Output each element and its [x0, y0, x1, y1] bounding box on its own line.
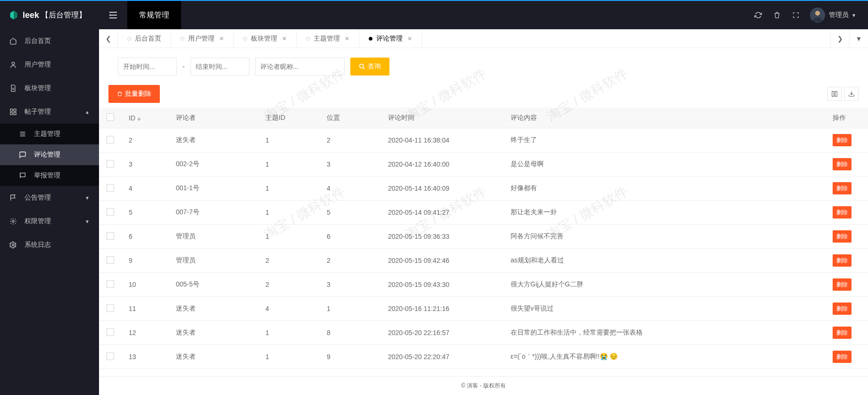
delete-button[interactable]: 删除 [833, 134, 851, 146]
content-area: 淘宝 / 微科软件 淘宝 / 微科软件 淘宝 / 微科软件 淘宝 / 微科软件 … [99, 48, 868, 376]
svg-point-8 [12, 220, 14, 222]
delete-button[interactable]: 删除 [833, 230, 851, 243]
close-icon[interactable]: ✕ [345, 35, 349, 42]
doc-icon [9, 84, 19, 92]
sidebar-item-1[interactable]: 评论管理 [0, 144, 99, 165]
svg-rect-7 [20, 173, 25, 177]
row-checkbox[interactable] [107, 328, 114, 336]
close-icon[interactable]: ✕ [282, 35, 287, 42]
batch-delete-button[interactable]: 批量删除 [108, 85, 160, 103]
svg-point-9 [12, 244, 14, 246]
table-row: 3002-2号132020-04-12 16:40:00是公是母啊删除 [99, 152, 868, 176]
nickname-input[interactable] [255, 58, 345, 76]
end-time-input[interactable] [190, 58, 249, 76]
table-row: 5007-7号152020-05-14 09:41:27那让老夫来一卦删除 [99, 201, 868, 225]
gear2-icon [9, 241, 19, 249]
flag-icon [19, 172, 28, 179]
svg-rect-4 [14, 109, 16, 111]
brand-name: leek [23, 10, 39, 20]
sidebar-item-2[interactable]: 举报管理 [0, 165, 99, 186]
user-icon [9, 61, 19, 68]
sidebar-item-4[interactable]: 公告管理▼ [0, 186, 99, 210]
delete-button[interactable]: 删除 [833, 351, 851, 363]
delete-button[interactable]: 删除 [833, 303, 851, 315]
svg-rect-11 [832, 92, 834, 97]
row-checkbox[interactable] [107, 208, 114, 216]
columns-button[interactable] [827, 87, 842, 101]
gear-icon [9, 218, 19, 225]
svg-point-1 [815, 11, 820, 16]
row-checkbox[interactable] [107, 232, 114, 240]
svg-rect-6 [14, 112, 16, 115]
sidebar: 后台首页用户管理板块管理帖子管理▲主题管理评论管理举报管理公告管理▼权限管理▼系… [0, 29, 99, 395]
chat-icon [19, 151, 28, 159]
logo[interactable]: leek 【后台管理】 [0, 1, 99, 29]
close-icon[interactable]: ✕ [407, 35, 412, 42]
row-checkbox[interactable] [107, 304, 114, 312]
sort-icon[interactable]: ◆ [137, 116, 141, 121]
table-row: 4001-1号142020-05-14 16:40:09好像都有删除 [99, 176, 868, 201]
sidebar-item-3[interactable]: 帖子管理▲ [0, 100, 99, 124]
export-button[interactable] [844, 87, 859, 101]
delete-button[interactable]: 删除 [833, 327, 851, 339]
tab-2[interactable]: 板块管理✕ [234, 29, 297, 48]
tabs-scroll-right[interactable]: ❯ [830, 29, 849, 48]
sidebar-toggle[interactable] [99, 1, 127, 29]
sidebar-item-6[interactable]: 系统日志 [0, 233, 99, 257]
grid-icon [9, 108, 19, 116]
footer: © 演客 - 版权所有 [99, 376, 868, 395]
start-time-input[interactable] [118, 58, 177, 76]
delete-button[interactable]: 删除 [833, 278, 851, 291]
sidebar-item-5[interactable]: 权限管理▼ [0, 210, 99, 233]
filter-bar: - 查询 [99, 48, 868, 85]
page-tabs: ❮ 后台首页用户管理✕板块管理✕主题管理✕评论管理✕ ❯ ▼ [99, 29, 868, 48]
table-row: 6管理员162020-05-15 09:36:33阿各方问候不完善删除 [99, 225, 868, 249]
table-toolbar: 批量删除 [99, 85, 868, 108]
sidebar-item-1[interactable]: 用户管理 [0, 53, 99, 76]
table-row: 2迷失者122020-04-11 16:38:04终于生了删除 [99, 128, 868, 152]
tab-0[interactable]: 后台首页 [118, 29, 171, 48]
tabs-scroll-left[interactable]: ❮ [99, 29, 118, 48]
fullscreen-icon[interactable] [786, 1, 805, 29]
top-tab-general[interactable]: 常规管理 [127, 1, 181, 29]
comments-table: ID◆ 评论者 主题ID 位置 评论时间 评论内容 操作 2迷失者122020-… [99, 108, 868, 369]
svg-point-10 [359, 64, 363, 68]
svg-rect-12 [835, 92, 837, 97]
svg-rect-5 [10, 112, 13, 115]
row-checkbox[interactable] [107, 353, 114, 360]
row-checkbox[interactable] [107, 136, 114, 143]
sidebar-item-0[interactable]: 后台首页 [0, 29, 99, 53]
username-menu[interactable]: 管理员 ▼ [829, 11, 863, 19]
row-checkbox[interactable] [107, 184, 114, 192]
delete-button[interactable]: 删除 [833, 254, 851, 267]
search-icon [359, 63, 365, 70]
chevron-down-icon: ▼ [851, 13, 856, 18]
sidebar-item-2[interactable]: 板块管理 [0, 76, 99, 100]
tab-4[interactable]: 评论管理✕ [359, 29, 422, 48]
row-checkbox[interactable] [107, 160, 114, 168]
tab-3[interactable]: 主题管理✕ [297, 29, 359, 48]
table-row: 12迷失者182020-05-20 22:16:57在日常的工作和生活中，经常需… [99, 321, 868, 345]
sidebar-item-0[interactable]: 主题管理 [0, 124, 99, 144]
tab-1[interactable]: 用户管理✕ [171, 29, 234, 48]
chevron-icon: ▲ [85, 109, 90, 115]
chevron-icon: ▼ [85, 219, 90, 224]
trash-icon[interactable] [768, 1, 786, 29]
table-row: 9管理员222020-05-15 09:42:46as规划和老人看过删除 [99, 249, 868, 273]
table-row: 10005-5号232020-05-15 09:43:30很大方Gij人挺好个G… [99, 273, 868, 297]
search-button[interactable]: 查询 [350, 58, 389, 76]
delete-button[interactable]: 删除 [833, 182, 851, 194]
delete-button[interactable]: 删除 [833, 158, 851, 170]
home-icon [9, 37, 19, 45]
trash-icon [117, 91, 123, 97]
select-all-checkbox[interactable] [107, 113, 114, 121]
delete-button[interactable]: 删除 [833, 206, 851, 219]
row-checkbox[interactable] [107, 280, 114, 288]
tabs-menu[interactable]: ▼ [849, 29, 868, 48]
header: leek 【后台管理】 常规管理 管理员 ▼ [0, 1, 868, 29]
row-checkbox[interactable] [107, 256, 114, 264]
refresh-icon[interactable] [749, 1, 768, 29]
svg-point-2 [12, 62, 14, 65]
close-icon[interactable]: ✕ [219, 35, 224, 42]
avatar[interactable] [810, 8, 825, 23]
